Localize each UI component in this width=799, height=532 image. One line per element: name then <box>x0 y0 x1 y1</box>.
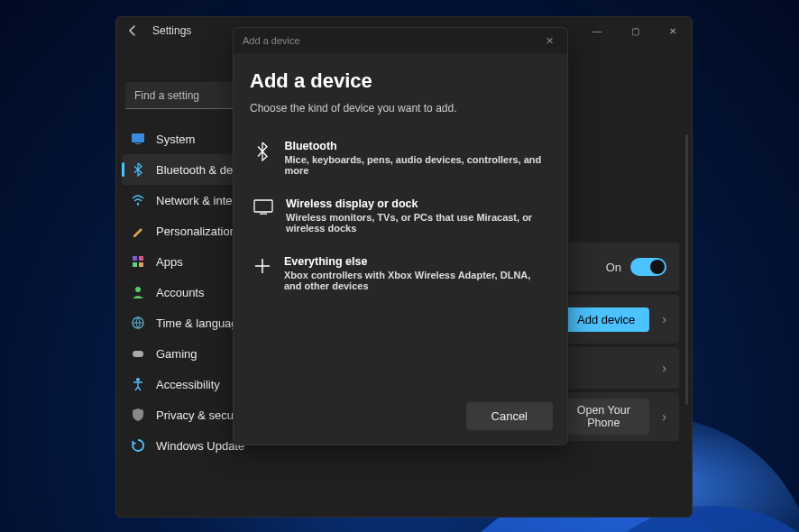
maximize-button[interactable]: ▢ <box>616 17 654 44</box>
shield-icon <box>131 408 145 422</box>
option-wireless-display[interactable]: Wireless display or dock Wireless monito… <box>250 187 551 244</box>
svg-rect-0 <box>132 133 144 142</box>
dialog-subtitle: Choose the kind of device you want to ad… <box>250 102 551 115</box>
svg-rect-1 <box>135 143 141 144</box>
nav-label: Personalization <box>156 225 236 238</box>
svg-rect-14 <box>260 214 267 215</box>
option-title: Wireless display or dock <box>286 197 547 210</box>
nav-label: Windows Update <box>156 439 244 453</box>
svg-rect-13 <box>254 200 272 212</box>
minimize-button[interactable]: — <box>578 17 616 44</box>
option-title: Bluetooth <box>284 140 547 152</box>
system-icon <box>131 132 145 146</box>
nav-label: Accessibility <box>156 378 220 391</box>
svg-point-2 <box>137 204 139 206</box>
dialog-titlebar: Add a device ✕ <box>234 28 567 53</box>
chevron-right-icon: › <box>662 361 666 375</box>
svg-rect-9 <box>133 351 143 357</box>
option-bluetooth[interactable]: Bluetooth Mice, keyboards, pens, audio d… <box>250 129 551 187</box>
svg-point-7 <box>135 287 141 292</box>
toggle-state-label: On <box>606 261 621 274</box>
option-desc: Wireless monitors, TVs, or PCs that use … <box>286 212 547 234</box>
nav-label: Time & language <box>156 316 244 330</box>
option-desc: Xbox controllers with Xbox Wireless Adap… <box>284 270 547 291</box>
bluetooth-icon <box>253 140 271 176</box>
paint-icon <box>131 224 145 238</box>
bluetooth-icon <box>131 162 145 177</box>
svg-rect-6 <box>139 262 143 267</box>
apps-icon <box>131 254 145 269</box>
bluetooth-toggle[interactable] <box>630 258 666 276</box>
svg-rect-3 <box>133 256 137 261</box>
display-icon <box>253 197 273 234</box>
scrollbar[interactable] <box>685 134 688 405</box>
person-icon <box>131 285 145 299</box>
option-title: Everything else <box>284 255 547 268</box>
add-device-button[interactable]: Add device <box>563 307 649 332</box>
nav-label: Accounts <box>156 286 204 299</box>
gamepad-icon <box>131 346 145 361</box>
plus-icon <box>253 255 271 291</box>
window-title: Settings <box>152 24 191 37</box>
nav-label: Gaming <box>156 347 197 361</box>
chevron-right-icon: › <box>662 409 666 424</box>
dialog-titlebar-text: Add a device <box>243 35 300 46</box>
option-desc: Mice, keyboards, pens, audio devices, co… <box>284 154 547 176</box>
dialog-close-button[interactable]: ✕ <box>540 35 558 47</box>
chevron-right-icon: › <box>662 312 666 326</box>
svg-point-10 <box>136 378 140 381</box>
dialog-heading: Add a device <box>250 69 551 93</box>
open-your-phone-button[interactable]: Open Your Phone <box>557 399 649 435</box>
wifi-icon <box>131 193 145 207</box>
svg-rect-4 <box>139 256 143 261</box>
cancel-button[interactable]: Cancel <box>466 402 553 430</box>
globe-icon <box>131 316 145 330</box>
nav-label: Apps <box>156 255 183 269</box>
nav-label: System <box>156 133 195 146</box>
window-controls: — ▢ ✕ <box>578 17 692 44</box>
close-button[interactable]: ✕ <box>654 17 692 44</box>
svg-rect-5 <box>133 262 137 267</box>
back-button[interactable] <box>125 23 140 38</box>
update-icon <box>131 438 145 453</box>
option-everything-else[interactable]: Everything else Xbox controllers with Xb… <box>250 244 551 302</box>
accessibility-icon <box>131 377 145 391</box>
add-device-dialog: Add a device ✕ Add a device Choose the k… <box>233 27 568 445</box>
